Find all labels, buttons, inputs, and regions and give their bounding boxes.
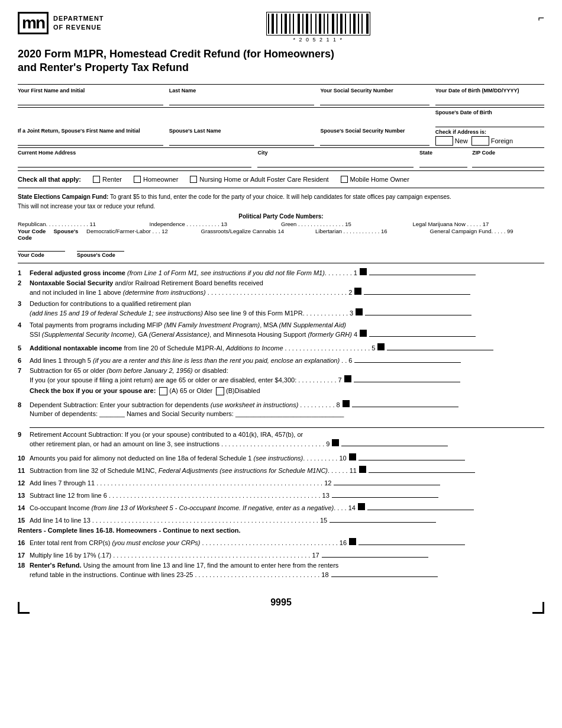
line-2-answer[interactable] [364, 286, 470, 295]
party-col-7: Libertarian . . . . . . . . . . . . 16 [315, 228, 429, 241]
line-6-answer[interactable] [354, 355, 461, 363]
line-11-box [359, 466, 366, 473]
check-all-label: Check all that apply: [18, 176, 81, 183]
line-16-box [349, 538, 356, 545]
new-label: New [455, 137, 468, 144]
renter-label: Renter [102, 176, 122, 183]
line-2-item: 2 Nontaxable Social Security and/or Rail… [18, 279, 544, 297]
check-box-label: Check the box if you or your spouse are: [30, 386, 156, 395]
line-14-item: 14 Co-occupant Income (from line 13 of W… [18, 502, 544, 511]
corner-bracket-br [532, 602, 544, 614]
new-checkbox[interactable] [435, 136, 453, 146]
foreign-checkbox[interactable] [471, 136, 489, 146]
check-address-label: Check if Address is: [435, 129, 544, 135]
line-14-answer[interactable] [367, 502, 474, 510]
spouse-dob-input[interactable] [435, 117, 544, 127]
line-18-answer[interactable] [331, 569, 438, 577]
first-name-input[interactable] [18, 95, 163, 105]
line-9-item: 9 Retirement Account Subtraction: If you… [18, 431, 544, 449]
line-18-text: Renter's Refund. Using the amount from l… [30, 562, 338, 569]
spouse-first-label: If a Joint Return, Spouse's First Name a… [18, 128, 163, 134]
line-18-cont: refund table in the instructions. Contin… [30, 571, 329, 579]
party-col-1: Republican. . . . . . . . . . . . . . 11 [18, 221, 150, 227]
line-10-answer[interactable] [358, 452, 465, 460]
line-12-answer[interactable] [334, 477, 440, 485]
footer: 9995 [18, 591, 544, 614]
footer-page-num: 9995 [270, 597, 292, 608]
line-5-num: 5 [18, 344, 27, 352]
line-9-num: 9 [18, 431, 27, 438]
spouse-last-input[interactable] [169, 135, 315, 146]
line-7-answer[interactable] [354, 374, 460, 382]
dob-input[interactable] [435, 95, 544, 105]
city-input[interactable] [257, 157, 414, 167]
campaign-section: State Elections Campaign Fund: To grant … [18, 193, 544, 258]
line-8-answer[interactable] [352, 399, 458, 407]
line-8-num: 8 [18, 401, 27, 408]
line-5-box [377, 343, 385, 350]
line-15-answer[interactable] [330, 514, 436, 523]
mobile-checkbox[interactable] [341, 176, 348, 183]
state-input[interactable] [419, 157, 467, 167]
line-5-answer[interactable] [387, 342, 493, 350]
line-8-item: 8 Dependent Subtraction: Enter your subt… [18, 399, 544, 428]
line-3-text: Deduction for contributions to a qualifi… [30, 300, 191, 307]
line-4-answer[interactable] [369, 328, 476, 337]
line-8-names-line[interactable] [30, 420, 544, 428]
line-2-text: Nontaxable Social Security and/or Railro… [30, 279, 263, 286]
line-12-item: 12 Add lines 7 through 11 . . . . . . . … [18, 477, 544, 487]
line-12-text: Add lines 7 through 11 . . . . . . . . .… [30, 479, 331, 487]
check-all-row: Check all that apply: Renter Homeowner N… [18, 176, 544, 183]
line-11-answer[interactable] [369, 465, 475, 473]
line-2-cont: and not included in line 1 above (determ… [30, 288, 352, 297]
line-10-num: 10 [18, 455, 27, 462]
spouse-code-sub: Spouse's Code [77, 252, 124, 258]
line-15-item: 15 Add line 14 to line 13 . . . . . . . … [18, 514, 544, 524]
line-6-num: 6 [18, 357, 27, 364]
line-13-answer[interactable] [332, 489, 438, 498]
line-12-num: 12 [18, 479, 27, 487]
renters-note-text: Renters - Complete lines 16-18. Homeowne… [18, 527, 241, 534]
line-16-item: 16 Enter total rent from CRP(s) (you mus… [18, 537, 544, 546]
line-4-item: 4 Total payments from programs including… [18, 321, 544, 339]
line-4-text: Total payments from programs including M… [30, 321, 346, 328]
line-5-text: Additional nontaxable income from line 2… [30, 344, 375, 352]
line-3-answer[interactable] [365, 307, 471, 315]
your-code-input[interactable] [18, 242, 65, 252]
line-4-num: 4 [18, 321, 27, 328]
dob-label: Your Date of Birth (MM/DD/YYYY) [435, 88, 544, 94]
address-input[interactable] [18, 157, 251, 167]
party-col-2: Independence . . . . . . . . . . . 13 [150, 221, 282, 227]
line-8-box [343, 400, 350, 407]
line-7-box [344, 375, 351, 382]
age-65-checkbox[interactable] [159, 387, 167, 395]
line-6-item: 6 Add lines 1 through 5 (if you are a re… [18, 355, 544, 364]
spouse-code-input[interactable] [77, 242, 124, 252]
line-8-cont: Number of dependents: _______ Names and … [30, 410, 544, 418]
line-3-box [356, 308, 363, 315]
line-3-item: 3 Deduction for contributions to a quali… [18, 300, 544, 318]
line-1-box [360, 268, 367, 275]
spouse-ssn-input[interactable] [320, 135, 429, 146]
homeowner-checkbox[interactable] [134, 176, 141, 183]
ssn-input[interactable] [320, 95, 429, 105]
line-16-answer[interactable] [358, 537, 465, 545]
spouse-first-input[interactable] [18, 135, 163, 146]
form-title: 2020 Form M1PR, Homestead Credit Refund … [18, 47, 544, 75]
zip-input[interactable] [472, 157, 544, 167]
new-checkbox-area: New [435, 136, 468, 146]
last-name-input[interactable] [169, 95, 315, 105]
line-11-item: 11 Subtraction from line 32 of Schedule … [18, 465, 544, 474]
renter-checkbox[interactable] [93, 176, 100, 183]
mobile-label: Mobile Home Owner [350, 176, 409, 183]
homeowner-checkbox-item: Homeowner [134, 176, 178, 183]
line-9-cont: other retirement plan, or had an amount … [30, 440, 330, 449]
disabled-checkbox[interactable] [216, 387, 224, 395]
line-9-answer[interactable] [341, 438, 448, 446]
line-6-text: Add lines 1 through 5 (if you are a rent… [30, 357, 352, 364]
nursing-checkbox[interactable] [190, 176, 197, 183]
line-1-answer[interactable] [369, 267, 476, 275]
line-17-answer[interactable] [322, 549, 428, 558]
line-18-num: 18 [18, 562, 27, 569]
party-col-4: Legal Marijuana Now . . . . . 17 [413, 221, 545, 227]
